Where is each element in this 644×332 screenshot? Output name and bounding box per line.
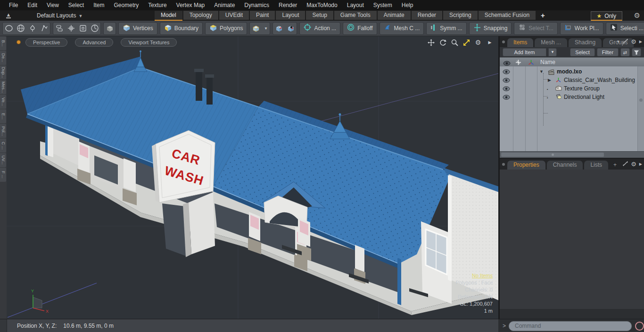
menu-animate[interactable]: Animate — [210, 0, 239, 10]
toolbox-tab-polygon[interactable]: Pol... — [0, 124, 6, 138]
item-cube-icon[interactable] — [104, 23, 116, 34]
command-input[interactable] — [509, 321, 632, 331]
menu-help[interactable]: Help — [397, 0, 418, 10]
sphere-tool-icon[interactable] — [15, 23, 26, 34]
tab-items[interactable]: Items — [507, 38, 533, 47]
expand-arrow-icon[interactable]: ▶ — [486, 39, 494, 46]
viewport-options-dot[interactable] — [17, 40, 21, 44]
list-options-icon[interactable]: ⇄ — [620, 48, 630, 57]
menu-item[interactable]: Item — [89, 0, 108, 10]
viewport-camera-button[interactable]: Perspective — [25, 38, 67, 47]
polygons-mode-button[interactable]: Polygons — [205, 22, 247, 35]
menu-select[interactable]: Select — [64, 0, 88, 10]
add-item-dropdown-icon[interactable]: ▼ — [548, 48, 557, 57]
rotate-icon[interactable] — [439, 39, 446, 46]
tab-animate[interactable]: Animate — [378, 11, 411, 21]
tab-scripting[interactable]: Scripting — [443, 11, 478, 21]
scroll-thumb[interactable] — [501, 153, 604, 157]
panel-options-dot[interactable] — [502, 163, 505, 166]
menu-view[interactable]: View — [42, 0, 63, 10]
toolbox-tab-uv[interactable]: UV... — [0, 153, 6, 167]
menu-render[interactable]: Render — [274, 0, 301, 10]
move-widget-icon[interactable] — [65, 23, 77, 34]
curve-tool-icon[interactable] — [38, 23, 50, 34]
filter-button[interactable]: Filter — [597, 48, 619, 57]
layout-preset-dropdown[interactable]: Default Layouts▼ — [37, 10, 83, 21]
scroll-thumb[interactable] — [639, 98, 643, 102]
tab-model[interactable]: Model — [155, 11, 182, 21]
tab-mesh-ops[interactable]: Mesh ... — [535, 38, 567, 47]
symmetry-button[interactable]: Symm ... — [426, 22, 466, 35]
tab-layout[interactable]: Layout — [276, 11, 305, 21]
eye-icon[interactable] — [503, 69, 510, 76]
maximize-icon[interactable] — [462, 39, 470, 46]
selection-sets-button[interactable]: Selecti ... — [606, 22, 644, 35]
detach-panel-icon[interactable] — [623, 39, 628, 45]
collapse-up-icon[interactable]: ▲ — [5, 12, 12, 18]
radial-tool-icon[interactable] — [89, 23, 100, 34]
add-layout-tab-button[interactable]: + — [537, 11, 549, 21]
tab-paint[interactable]: Paint — [250, 11, 275, 21]
viewport-textures-button[interactable]: Viewport Textures — [121, 38, 177, 47]
toolbox-tab-edge[interactable]: E... — [0, 109, 6, 123]
command-history-button[interactable] — [635, 322, 644, 331]
menu-vertex-map[interactable]: Vertex Map — [172, 0, 209, 10]
add-panel-tab-button[interactable]: + — [610, 161, 620, 170]
panel-gear-icon[interactable]: ⚙ — [631, 161, 636, 168]
selection-cube-icon[interactable] — [250, 23, 262, 34]
menu-dynamics[interactable]: Dynamics — [240, 0, 273, 10]
menu-texture[interactable]: Texture — [144, 0, 171, 10]
eye-icon[interactable] — [503, 95, 510, 101]
gear-icon[interactable]: ⚙ — [634, 10, 640, 21]
tab-channels[interactable]: Channels — [547, 161, 583, 170]
tab-properties[interactable]: Properties — [507, 161, 545, 170]
panel-expand-icon[interactable]: ▶ — [639, 40, 642, 44]
menu-maxtomodo[interactable]: MaxToModo — [302, 0, 341, 10]
toolbox-tab-fusion[interactable]: F ... — [0, 168, 6, 182]
select-through-button[interactable]: Select T... — [514, 22, 557, 35]
duplicate-icon[interactable] — [53, 23, 65, 34]
pen-tool-icon[interactable] — [26, 23, 38, 34]
tree-row-building[interactable]: ▶ Classic_Car_Wash_Building — [500, 76, 644, 84]
tab-topology[interactable]: Topology — [183, 11, 218, 21]
panel-options-dot[interactable] — [502, 40, 505, 43]
falloff-button[interactable]: Falloff — [343, 22, 377, 35]
detach-panel-icon[interactable] — [623, 161, 628, 168]
toolbox-tab-duplicate[interactable]: Dup... — [0, 65, 6, 80]
zoom-icon[interactable] — [451, 39, 458, 46]
toolbox-tab-mesh[interactable]: Mes... — [0, 80, 6, 94]
tree-horizontal-scrollbar[interactable] — [500, 151, 644, 158]
mesh-constraint-button[interactable]: Mesh C ... — [380, 22, 424, 35]
panel-expand-icon[interactable]: ▶ — [639, 162, 642, 166]
panel-gear-icon[interactable]: ⚙ — [631, 38, 636, 45]
work-plane-button[interactable]: Work Pl... — [560, 22, 603, 35]
tab-render[interactable]: Render — [412, 11, 442, 21]
filter-funnel-icon[interactable] — [632, 48, 641, 57]
viewport-shading-button[interactable]: Advanced — [75, 38, 113, 47]
toolbox-tab-vertex[interactable]: Ve... — [0, 95, 6, 109]
eye-icon[interactable] — [503, 86, 510, 93]
tab-uvedit[interactable]: UVEdit — [219, 11, 249, 21]
ellipse-tool-icon[interactable] — [3, 23, 15, 34]
menu-geometry[interactable]: Geometry — [110, 0, 143, 10]
tab-shading[interactable]: Shading — [569, 38, 602, 47]
pivot-mode-icon[interactable] — [285, 23, 297, 34]
tree-row-texture-group[interactable]: ▪ Texture Group — [500, 84, 644, 93]
eye-icon[interactable] — [503, 78, 510, 84]
viewport-canvas[interactable]: CAR WASH — [7, 36, 498, 319]
only-favorites-button[interactable]: ★ Only — [591, 11, 622, 21]
add-item-button[interactable]: Add Item — [503, 48, 546, 57]
expand-triangle-icon[interactable]: ▶ — [548, 78, 551, 82]
boundary-mode-button[interactable]: Boundary — [160, 22, 203, 35]
center-mode-icon[interactable] — [273, 23, 285, 34]
collapse-triangle-icon[interactable]: ▼ — [539, 69, 544, 74]
chevron-down-icon[interactable]: ▼ — [262, 23, 270, 34]
tab-schematic-fusion[interactable]: Schematic Fusion — [479, 11, 536, 21]
action-center-button[interactable]: Action ... — [299, 22, 340, 35]
vertices-mode-button[interactable]: Vertices — [118, 22, 157, 35]
select-button[interactable]: Select — [570, 48, 595, 57]
pan-icon[interactable] — [427, 39, 435, 46]
tab-setup[interactable]: Setup — [306, 11, 333, 21]
toolbox-tab-deform[interactable]: De... — [0, 51, 6, 65]
viewport-gear-icon[interactable]: ⚙ — [474, 39, 482, 46]
